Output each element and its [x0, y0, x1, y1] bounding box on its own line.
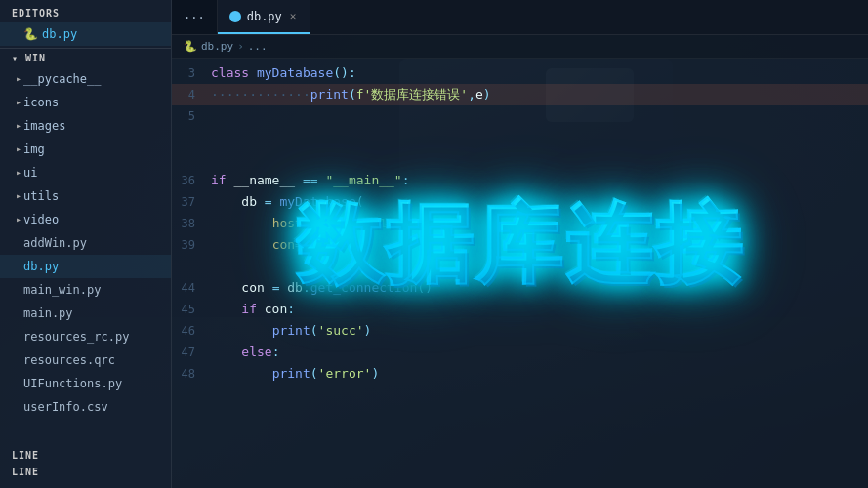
code-line-3: 3 class myDatabase():: [172, 62, 868, 84]
sidebar-win-label: ▾ WIN: [0, 48, 171, 67]
sidebar-bottom-line2: LINE: [0, 464, 171, 480]
code-line-47: 47 else:: [172, 342, 868, 363]
editors-label: EDITORS: [0, 0, 171, 22]
python-breadcrumb-icon: 🐍: [184, 40, 197, 53]
sidebar-folder-utils[interactable]: utils: [0, 184, 171, 208]
sidebar-file-mainwin[interactable]: main_win.py: [0, 278, 171, 302]
code-line-37: 37 db = myDatabase(: [172, 191, 868, 213]
sidebar-folder-icons[interactable]: icons: [0, 91, 171, 114]
code-line-45: 45 if con:: [172, 299, 868, 320]
tab-dbpy[interactable]: db.py ✕: [218, 0, 311, 34]
code-line-46: 46 print('succ'): [172, 320, 868, 342]
sidebar-file-dbpy[interactable]: db.py: [0, 255, 171, 278]
code-line-39: 39 con='root': [172, 234, 868, 256]
breadcrumb-sep: ›: [237, 40, 244, 53]
code-line-blank3: [172, 256, 868, 277]
code-line-blank1: [172, 127, 868, 148]
code-line-44: 44 con = db.get_connection(): [172, 277, 868, 299]
code-editor[interactable]: 3 class myDatabase(): 4 ·············pri…: [172, 59, 868, 488]
sidebar-file-resources-qrc[interactable]: resources.qrc: [0, 348, 171, 372]
sidebar-file-uifunctions[interactable]: UIFunctions.py: [0, 372, 171, 395]
sidebar-folder-pycache[interactable]: __pycache__: [0, 67, 171, 91]
editor-area: ··· db.py ✕ 🐍 db.py › ... 3 class myData…: [172, 0, 868, 488]
tab-close-button[interactable]: ✕: [288, 10, 299, 22]
sidebar-file-dbpy-editor[interactable]: 🐍 db.py: [0, 22, 171, 46]
ide-container: EDITORS 🐍 db.py ▾ WIN __pycache__ icons …: [0, 0, 868, 488]
sidebar-bottom-line1: LINE: [0, 447, 171, 464]
sidebar-file-main[interactable]: main.py: [0, 302, 171, 325]
sidebar: EDITORS 🐍 db.py ▾ WIN __pycache__ icons …: [0, 0, 172, 488]
sidebar-folder-video[interactable]: video: [0, 208, 171, 231]
sidebar-folder-images[interactable]: images: [0, 114, 171, 138]
code-line-38: 38 host='127.0.0.1',: [172, 213, 868, 234]
breadcrumb-bar: 🐍 db.py › ...: [172, 35, 868, 59]
python-icon: 🐍: [23, 24, 38, 44]
sidebar-folder-ui[interactable]: ui: [0, 161, 171, 184]
sidebar-file-resources-rc[interactable]: resources_rc.py: [0, 325, 171, 348]
sidebar-folder-img[interactable]: img: [0, 138, 171, 161]
sidebar-file-userinfo[interactable]: userInfo.csv: [0, 395, 171, 419]
code-line-5: 5: [172, 105, 868, 127]
code-line-36: 36 if __name__ == "__main__":: [172, 170, 868, 191]
sidebar-bottom-labels: LINE LINE: [0, 447, 171, 488]
breadcrumb-part2: ...: [248, 40, 268, 53]
tab-ellipsis[interactable]: ···: [172, 0, 218, 34]
python-tab-icon: [229, 11, 241, 22]
code-line-48: 48 print('error'): [172, 363, 868, 385]
breadcrumb-file: db.py: [201, 40, 233, 53]
tab-bar: ··· db.py ✕: [172, 0, 868, 35]
sidebar-file-addwin[interactable]: addWin.py: [0, 231, 171, 255]
code-line-4: 4 ·············print(f'数据库连接错误',e): [172, 84, 868, 105]
code-line-blank2: [172, 148, 868, 170]
